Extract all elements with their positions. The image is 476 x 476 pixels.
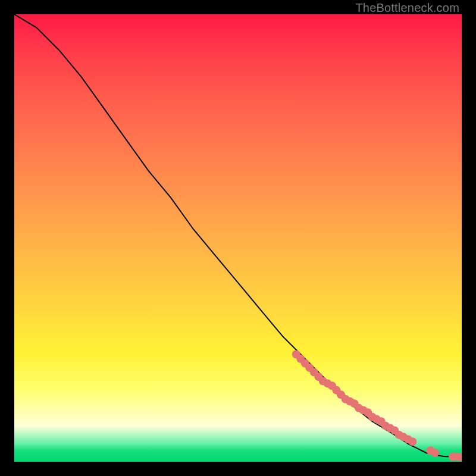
bottleneck-curve bbox=[14, 14, 462, 458]
curve-markers bbox=[292, 350, 462, 462]
chart-svg bbox=[14, 14, 462, 462]
chart-frame: TheBottleneck.com bbox=[0, 0, 476, 476]
plot-area bbox=[14, 14, 462, 462]
curve-line bbox=[14, 14, 462, 458]
data-point bbox=[431, 449, 439, 457]
watermark-label: TheBottleneck.com bbox=[355, 1, 459, 15]
data-point bbox=[408, 437, 416, 446]
